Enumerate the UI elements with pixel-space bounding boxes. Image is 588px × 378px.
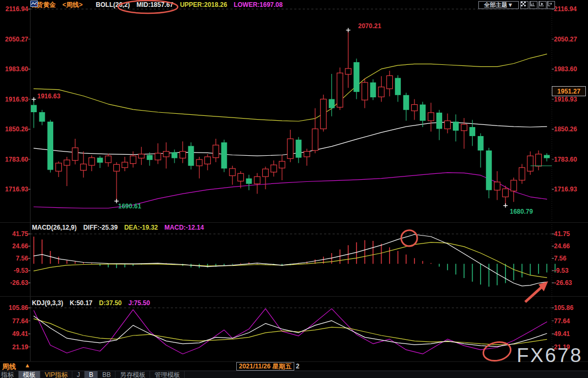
macd-header: MACD(26,12,9) DIFF:-25.39 DEA:-19.32 MAC… (32, 224, 209, 231)
price-axis-left-3: 1916.93 (5, 96, 28, 103)
tab-BB[interactable]: BB (98, 371, 115, 378)
price-axis-right-4: 1850.26 (554, 125, 577, 133)
pane-play-icon[interactable] (539, 1, 546, 9)
kdj-title[interactable]: KDJ(9,3,3) (32, 299, 63, 307)
kdj-j-value: J:75.50 (128, 299, 150, 307)
late-low-label: 1680.79 (510, 208, 533, 215)
macd-diff-value: DIFF:-25.39 (83, 224, 118, 231)
macd-axis-left-1: 24.66 (12, 242, 28, 250)
kdj-axis-left-3: 21.19 (12, 343, 28, 351)
price-axis-right-6: 1716.93 (554, 186, 577, 193)
macd-axis-right-3: -9.53 (554, 267, 568, 274)
peak-high-label: 2070.21 (358, 22, 381, 30)
macd-axis-left-2: 7.56 (16, 255, 28, 262)
tab-指标[interactable]: 指标 (0, 371, 19, 378)
price-axis-right-2: 1983.60 (554, 65, 577, 73)
price-axis-right-5: 1783.60 (554, 156, 577, 163)
macd-axis-right-1: 24.66 (554, 242, 570, 250)
macd-dea-value: DEA:-19.32 (124, 224, 158, 231)
pane-chart-icon[interactable] (529, 1, 537, 9)
kdj-d-value: D:37.50 (99, 299, 122, 307)
period-arrow-icon[interactable]: ▲ (24, 362, 30, 368)
price-axis-right-0: 2116.94 (554, 5, 577, 13)
layout-grid-icon[interactable] (520, 1, 528, 9)
bottom-tab-bar: 指标模板VIP指标JBBB另存模板管理模板 (0, 371, 588, 378)
kdj-axis-left-2: 49.41 (12, 330, 28, 338)
price-axis-left-0: 2116.94 (5, 5, 28, 13)
kdj-axis-left-1: 77.64 (12, 317, 28, 325)
macd-macd-value: MACD:-12.14 (164, 224, 204, 231)
macd-title[interactable]: MACD(26,12,9) (32, 224, 77, 231)
tab-VIP指标[interactable]: VIP指标 (40, 371, 72, 378)
tab-J[interactable]: J (72, 371, 85, 378)
status-row: 周线 ▲ 2021/11/26 星期五 2 (0, 362, 588, 371)
price-axis-left-5: 1783.60 (5, 156, 28, 163)
kdj-axis-left-0: 105.86 (9, 304, 28, 312)
tab-模板[interactable]: 模板 (19, 371, 40, 378)
macd-axis-right-4: -26.63 (554, 279, 572, 287)
kdj-axis-right-2: 49.41 (554, 330, 570, 338)
date-box[interactable]: 2021/11/26 星期五 (236, 362, 294, 371)
kdj-axis-right-1: 77.64 (554, 317, 570, 325)
price-axis-left-2: 1983.60 (5, 65, 28, 73)
price-axis-right-1: 2050.27 (554, 36, 577, 43)
kdj-axis-right-0: 105.86 (554, 304, 574, 312)
boll-lower-value: LOWER:1697.08 (234, 1, 283, 9)
tab-管理模板[interactable]: 管理模板 (150, 371, 185, 378)
date-extra: 2 (296, 363, 300, 370)
macd-axis-right-0: 41.75 (554, 230, 570, 238)
tab-B[interactable]: B (85, 371, 98, 378)
theme-selector-button[interactable]: 全部主题▼ (478, 1, 519, 9)
price-axis-right-3: 1916.93 (554, 96, 577, 103)
indicator-label[interactable]: BOLL(26,2) (96, 1, 130, 9)
trading-app-window: 现货黄金 <周线> BOLL(26,2) MID:1857.67 UPPER:2… (0, 0, 588, 378)
price-axis-left-6: 1716.93 (5, 186, 28, 193)
fx678-watermark: FX678 (517, 345, 583, 367)
macd-axis-left-3: -9.53 (14, 267, 28, 274)
boll-mid-value: MID:1857.67 (136, 1, 173, 9)
macd-axis-left-0: 41.75 (12, 230, 28, 238)
deep-low-label: 1690.61 (118, 203, 141, 210)
chart-canvas[interactable] (0, 0, 588, 378)
boll-upper-value: UPPER:2018.26 (180, 1, 227, 9)
period-tag[interactable]: <周线> (62, 1, 82, 9)
kdj-header: KDJ(9,3,3) K:50.17 D:37.50 J:75.50 (32, 299, 155, 307)
macd-axis-left-4: -26.63 (10, 279, 28, 287)
price-axis-left-1: 2050.27 (5, 36, 28, 43)
first-high-label: 1916.63 (37, 93, 60, 100)
macd-axis-right-2: 7.56 (554, 255, 566, 262)
pane-export-icon[interactable] (547, 1, 555, 9)
tab-另存模板[interactable]: 另存模板 (115, 371, 150, 378)
kdj-k-value: K:50.17 (70, 299, 93, 307)
current-price-box: 1951.27 (552, 86, 586, 96)
price-axis-left-4: 1850.26 (5, 125, 28, 133)
price-header: 现货黄金 <周线> BOLL(26,2) MID:1857.67 UPPER:2… (30, 1, 287, 10)
